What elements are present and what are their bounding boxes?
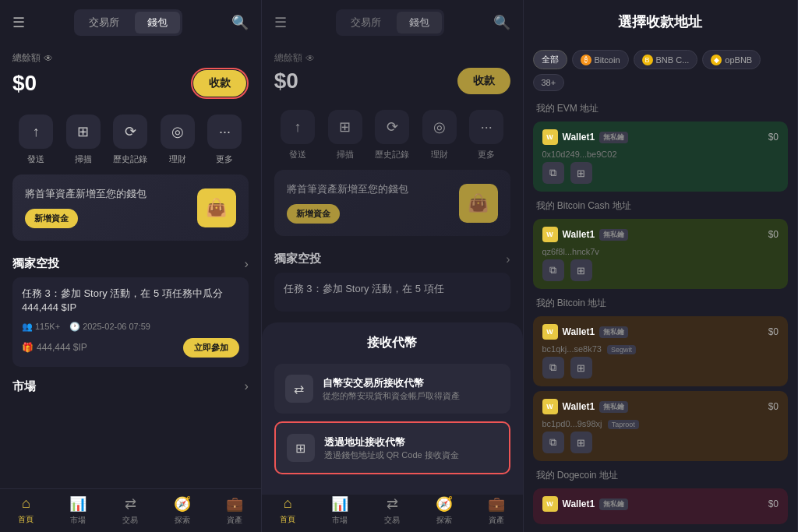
airdrop-users-1: 👥 115K+	[22, 322, 60, 332]
modal-option-text-1: 自幣安交易所接收代幣 從您的幣安現貨和資金帳戶取得資產	[323, 376, 460, 402]
copy-bch-address-btn[interactable]: ⧉	[542, 259, 564, 281]
qr-bch-address-btn[interactable]: ⊞	[570, 259, 592, 281]
search-icon[interactable]: 🔍	[231, 14, 249, 31]
actions-row-1: ↑ 發送 ⊞ 掃描 ⟳ 歷史記錄 ◎ 理財 ··· 更多	[0, 108, 261, 174]
airdrop-arrow-1[interactable]: ›	[244, 257, 248, 271]
action-send-2[interactable]: ↑ 發送	[281, 110, 315, 160]
airdrop-card-1: 任務 3：參加 Story 活動，在 5 項任務中瓜分 444,444 $IP …	[12, 277, 249, 366]
airdrop-card-2: 任務 3：參加 Story 活動，在 5 項任	[274, 273, 510, 312]
panel2-header: ☰ 交易所 錢包 🔍	[262, 0, 523, 45]
btc-taproot-wallet-name: W Wallet1 無私鑰	[542, 399, 629, 414]
action-history-2[interactable]: ⟳ 歷史記錄	[375, 110, 409, 160]
nav-home-1[interactable]: ⌂ 首頁	[0, 489, 52, 532]
search-icon-2[interactable]: 🔍	[493, 14, 510, 31]
join-button-1[interactable]: 立即參加	[183, 338, 239, 358]
tab-exchange-1[interactable]: 交易所	[76, 12, 132, 33]
balance-section-1: 總餘額 👁 $0 收款	[0, 45, 261, 108]
btc-taproot-wallet-balance: $0	[768, 401, 779, 412]
airdrop-section-header-2: 獨家空投 ›	[262, 245, 523, 273]
modal-option-text-2: 透過地址接收代幣 透過錢包地址或 QR Code 接收資金	[324, 435, 459, 461]
modal-option-exchange[interactable]: ⇄ 自幣安交易所接收代幣 從您的幣安現貨和資金帳戶取得資產	[274, 364, 510, 414]
receive-btn-highlight: 收款	[191, 68, 249, 99]
evm-addr-actions: ⧉ ⊞	[542, 162, 779, 184]
action-scan-1[interactable]: ⊞ 掃描	[66, 115, 101, 165]
doge-wallet-card[interactable]: W Wallet1 無私鑰 $0	[533, 488, 788, 524]
send-icon: ↑	[19, 115, 53, 149]
evm-wallet-card[interactable]: W Wallet1 無私鑰 $0 0x10d249...be9C02 ⧉ ⊞	[533, 122, 788, 192]
wallet-promo-card-1: 將首筆資產新增至您的錢包 新增資金 👜	[12, 174, 249, 241]
qr-btc-segwit-btn[interactable]: ⊞	[570, 357, 592, 379]
nav-assets-2[interactable]: 💼 資產	[471, 489, 523, 532]
nav-trade-2[interactable]: ⇄ 交易	[366, 489, 418, 532]
action-history-1[interactable]: ⟳ 歷史記錄	[113, 115, 147, 165]
explore-icon: 🧭	[174, 495, 191, 513]
assets-icon: 💼	[226, 495, 243, 513]
header-tabs-2: 交易所 錢包	[336, 9, 444, 36]
qr-evm-address-btn[interactable]: ⊞	[570, 162, 592, 184]
wallet-promo-text-2: 將首筆資產新增至您的錢包	[287, 182, 408, 196]
evm-section-title: 我的 EVM 地址	[524, 97, 797, 118]
wallet-card-icon-1: 👜	[197, 188, 236, 227]
action-more-2[interactable]: ··· 更多	[469, 110, 503, 160]
nav-market-1[interactable]: 📊 市場	[52, 489, 104, 532]
evm-wallet-icon: W	[542, 129, 558, 145]
copy-evm-address-btn[interactable]: ⧉	[542, 162, 564, 184]
market-arrow-1[interactable]: ›	[244, 379, 248, 393]
tab-wallet-1[interactable]: 錢包	[135, 12, 180, 33]
add-funds-button-1[interactable]: 新增資金	[25, 209, 78, 228]
market-section-1: 市場 ›	[0, 373, 261, 400]
balance-label-2: 總餘額 👁	[274, 51, 510, 65]
market-icon-2: 📊	[331, 495, 348, 513]
filter-tab-more[interactable]: 38+	[533, 74, 565, 91]
receive-button-1[interactable]: 收款	[193, 70, 246, 97]
nav-assets-1[interactable]: 💼 資產	[209, 489, 261, 532]
btc-taproot-wallet-icon: W	[542, 399, 558, 414]
action-scan-2[interactable]: ⊞ 掃描	[328, 110, 362, 160]
tab-wallet-2[interactable]: 錢包	[397, 12, 442, 33]
nav-explore-2[interactable]: 🧭 探索	[418, 489, 471, 532]
filter-tab-opbnb[interactable]: ◆ opBNB	[702, 50, 761, 69]
bch-wallet-name: W Wallet1 無私鑰	[542, 227, 629, 242]
copy-btc-taproot-btn[interactable]: ⧉	[542, 432, 564, 453]
copy-btc-segwit-btn[interactable]: ⧉	[542, 357, 564, 379]
nav-trade-1[interactable]: ⇄ 交易	[104, 489, 157, 532]
modal-option-address[interactable]: ⊞ 透過地址接收代幣 透過錢包地址或 QR Code 接收資金	[274, 421, 510, 474]
receive-button-2[interactable]: 收款	[457, 68, 510, 94]
bch-wallet-card[interactable]: W Wallet1 無私鑰 $0 qz6f8l...hnck7v ⧉ ⊞	[533, 219, 788, 289]
action-finance-2[interactable]: ◎ 理財	[422, 110, 457, 160]
btc-wallet-card-taproot[interactable]: W Wallet1 無私鑰 $0 bc1pd0...9s98xj Taproot…	[533, 391, 788, 461]
nav-home-2[interactable]: ⌂ 首頁	[262, 489, 314, 532]
doge-wallet-balance: $0	[768, 499, 779, 509]
filter-tab-bitcoin[interactable]: ₿ Bitcoin	[572, 50, 629, 69]
nav-label-explore-2: 探索	[436, 515, 452, 526]
action-label-send-1: 發送	[27, 153, 44, 165]
segwit-label: Segwit	[607, 345, 636, 354]
airdrop-task-2: 任務 3：參加 Story 活動，在 5 項任	[284, 282, 501, 296]
nav-label-market-2: 市場	[332, 515, 348, 526]
btc-taproot-address-string: bc1pd0...9s98xj Taproot	[542, 419, 779, 428]
filter-tab-bnb[interactable]: B BNB C...	[634, 50, 698, 69]
filter-tab-all[interactable]: 全部	[533, 50, 567, 69]
action-more-1[interactable]: ··· 更多	[207, 115, 242, 165]
qr-btc-taproot-btn[interactable]: ⊞	[570, 432, 592, 453]
history-icon: ⟳	[113, 115, 147, 149]
action-finance-1[interactable]: ◎ 理財	[161, 115, 195, 165]
nav-label-explore-1: 探索	[175, 515, 190, 526]
tab-exchange-2[interactable]: 交易所	[338, 12, 394, 33]
hamburger-icon-2[interactable]: ☰	[274, 14, 287, 31]
airdrop-date-1: 🕐 2025-02-06 07:59	[69, 322, 150, 332]
bnb-filter-icon: B	[642, 55, 653, 65]
add-funds-button-2[interactable]: 新增資金	[287, 204, 340, 224]
bottom-nav-1: ⌂ 首頁 📊 市場 ⇄ 交易 🧭 探索 💼 資產	[0, 488, 261, 532]
nav-market-2[interactable]: 📊 市場	[314, 489, 366, 532]
action-send-1[interactable]: ↑ 發送	[19, 115, 53, 165]
btc-wallet-card-segwit[interactable]: W Wallet1 無私鑰 $0 bc1qkj...se8k73 Segwit …	[533, 316, 788, 386]
nav-explore-1[interactable]: 🧭 探索	[157, 489, 209, 532]
evm-address-string: 0x10d249...be9C02	[542, 150, 779, 159]
balance-amount-1: $0	[12, 71, 37, 96]
airdrop-arrow-2[interactable]: ›	[506, 252, 510, 266]
home-icon: ⌂	[22, 495, 30, 512]
hamburger-icon[interactable]: ☰	[12, 14, 25, 31]
nav-label-trade-2: 交易	[384, 515, 400, 526]
modal-option-title-2: 透過地址接收代幣	[324, 435, 459, 449]
